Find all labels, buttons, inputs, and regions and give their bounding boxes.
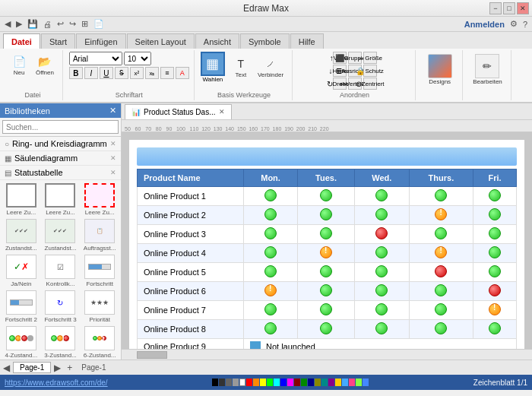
- shape-fortschritt[interactable]: Fortschritt: [81, 255, 118, 287]
- sidebar-search-input[interactable]: [2, 120, 119, 134]
- shape-3zustand[interactable]: 3-Zustand...: [43, 326, 79, 359]
- swatch-cornflower[interactable]: [363, 379, 369, 386]
- tab-start[interactable]: Start: [41, 33, 75, 49]
- status-url[interactable]: https://www.edrawsoft.com/de/: [5, 379, 108, 387]
- font-color-button[interactable]: A: [176, 67, 189, 79]
- wahlen-button[interactable]: ▦: [201, 52, 225, 76]
- shape-kontroll[interactable]: ☑ Kontrollk...: [43, 255, 79, 287]
- swatch-pink[interactable]: [349, 379, 355, 386]
- swatch-cyan[interactable]: [274, 379, 280, 386]
- swatch-lightgray[interactable]: [233, 379, 239, 386]
- settings-icon[interactable]: ⚙: [508, 18, 519, 30]
- page-tab-label-2[interactable]: Page-1: [81, 363, 106, 372]
- table-cell: [244, 244, 298, 263]
- tab-datei[interactable]: Datei: [3, 33, 40, 49]
- sidebar-item-status[interactable]: ▤ Statustabelle ✕: [0, 166, 121, 180]
- shape-leere1[interactable]: Leere Zu...: [3, 183, 40, 216]
- align-left-button[interactable]: ≡: [160, 67, 174, 79]
- tab-ansicht[interactable]: Ansicht: [195, 33, 239, 49]
- text-button[interactable]: T Text: [230, 54, 252, 81]
- next-page-button[interactable]: ▶: [54, 363, 61, 373]
- new-button[interactable]: 📄: [92, 18, 106, 30]
- hscroll[interactable]: [122, 349, 532, 360]
- undo-button[interactable]: ↩: [55, 18, 65, 30]
- print-button[interactable]: 🖨: [42, 19, 53, 30]
- tab-einfugen[interactable]: Einfügen: [76, 33, 125, 49]
- shape-fort3[interactable]: ↻ Fortschritt 3: [43, 290, 79, 323]
- shape-auftrag[interactable]: 📋 Auftragsst...: [81, 219, 118, 252]
- swatch-blue[interactable]: [280, 379, 287, 386]
- swatch-darkred[interactable]: [294, 379, 300, 386]
- sidebar-item-ring[interactable]: ○ Ring- und Kreisdiagramm ✕: [0, 137, 121, 151]
- sidebar-item-saule[interactable]: ▦ Säulendiagramm ✕: [0, 151, 121, 166]
- swatch-skyblue[interactable]: [342, 379, 348, 386]
- back-button[interactable]: ◀: [3, 18, 12, 30]
- minimize-button[interactable]: −: [489, 2, 502, 14]
- open-button[interactable]: 📂 Öffnen: [32, 52, 58, 78]
- shape-preview-fortschritt: [84, 255, 115, 279]
- swatch-green[interactable]: [267, 379, 273, 386]
- zentriert-button[interactable]: ⊙ Zentriert: [363, 78, 377, 90]
- swatch-teal[interactable]: [321, 379, 328, 386]
- shape-janein[interactable]: ✓ ✗ Ja/Nein: [3, 255, 40, 287]
- swatch-red[interactable]: [246, 379, 252, 386]
- status-close-icon[interactable]: ✕: [110, 169, 116, 176]
- add-page-button[interactable]: +: [67, 363, 72, 373]
- login-label[interactable]: Anmelden: [463, 19, 506, 30]
- shape-prioritat[interactable]: ★★★ Priorität: [81, 290, 118, 323]
- swatch-darkblue[interactable]: [308, 379, 314, 386]
- swatch-magenta[interactable]: [287, 379, 293, 386]
- tab-seiten-layout[interactable]: Seiten Layout: [127, 33, 195, 49]
- grid-button[interactable]: ⊞: [80, 18, 90, 30]
- shape-4zustand[interactable]: 4-Zustand...: [3, 326, 40, 359]
- shape-zustand2[interactable]: ✔✔✔ Zustandst...: [43, 219, 79, 252]
- grosse-button[interactable]: ↔ Größe: [363, 52, 377, 64]
- strikethrough-button[interactable]: S̶: [115, 67, 128, 79]
- swatch-olive[interactable]: [315, 379, 321, 386]
- save-button[interactable]: 💾: [26, 18, 40, 30]
- swatch-white[interactable]: [239, 379, 245, 386]
- tab-hilfe[interactable]: Hilfe: [290, 33, 324, 49]
- swatch-purple[interactable]: [328, 379, 334, 386]
- swatch-gray[interactable]: [226, 379, 232, 386]
- shape-fort2[interactable]: Fortschritt 2: [3, 290, 40, 323]
- font-name-select[interactable]: Arial: [69, 52, 122, 65]
- font-size-select[interactable]: 10: [124, 52, 151, 65]
- ring-close-icon[interactable]: ✕: [110, 140, 116, 147]
- shape-leere3[interactable]: Leere Zu...: [81, 183, 118, 216]
- designs-button[interactable]: Designs: [424, 52, 456, 87]
- schutz-button[interactable]: 🔒 Schutz: [363, 65, 377, 77]
- superscript-button[interactable]: x²: [130, 67, 144, 79]
- sidebar-close-button[interactable]: ✕: [109, 106, 116, 116]
- doc-tab-close[interactable]: ✕: [219, 108, 225, 116]
- shape-leere2[interactable]: Leere Zu...: [43, 183, 79, 216]
- swatch-orange[interactable]: [253, 379, 259, 386]
- swatch-black[interactable]: [212, 379, 218, 386]
- new-doc-button[interactable]: 📄 Neu: [8, 52, 30, 78]
- subscript-button[interactable]: x₂: [145, 67, 159, 79]
- page-tab-1[interactable]: Page-1: [13, 362, 51, 373]
- saule-close-icon[interactable]: ✕: [110, 154, 116, 162]
- maximize-button[interactable]: □: [503, 2, 515, 14]
- canvas-scroll[interactable]: Product Name Mon. Tues. Wed. Thurs. Fri.…: [122, 132, 532, 349]
- italic-button[interactable]: I: [84, 67, 98, 79]
- bold-button[interactable]: B: [69, 67, 83, 79]
- tab-symbole[interactable]: Symbole: [240, 33, 290, 49]
- close-button[interactable]: ✕: [517, 2, 529, 14]
- help-icon[interactable]: ?: [521, 19, 529, 30]
- hscroll-thumb[interactable]: [137, 351, 167, 359]
- verbinder-button[interactable]: ⟋ Verbinder: [254, 54, 287, 81]
- shape-6zustand[interactable]: 6-Zustand...: [81, 326, 118, 359]
- forward-button[interactable]: ▶: [14, 18, 24, 30]
- swatch-yellow[interactable]: [260, 379, 266, 386]
- doc-tab-main[interactable]: 📊 Product Status Das... ✕: [125, 104, 232, 119]
- swatch-lime[interactable]: [356, 379, 362, 386]
- swatch-darkgreen[interactable]: [301, 379, 307, 386]
- prev-page-button[interactable]: ◀: [3, 363, 10, 373]
- bearbeiten-button[interactable]: ✏ Bearbeiten: [469, 52, 506, 87]
- swatch-gold[interactable]: [335, 379, 341, 386]
- redo-button[interactable]: ↪: [68, 18, 78, 30]
- shape-zustand1[interactable]: ✔✔✔ Zustandst...: [3, 219, 40, 252]
- underline-button[interactable]: U: [100, 67, 113, 79]
- swatch-darkgray[interactable]: [219, 379, 225, 386]
